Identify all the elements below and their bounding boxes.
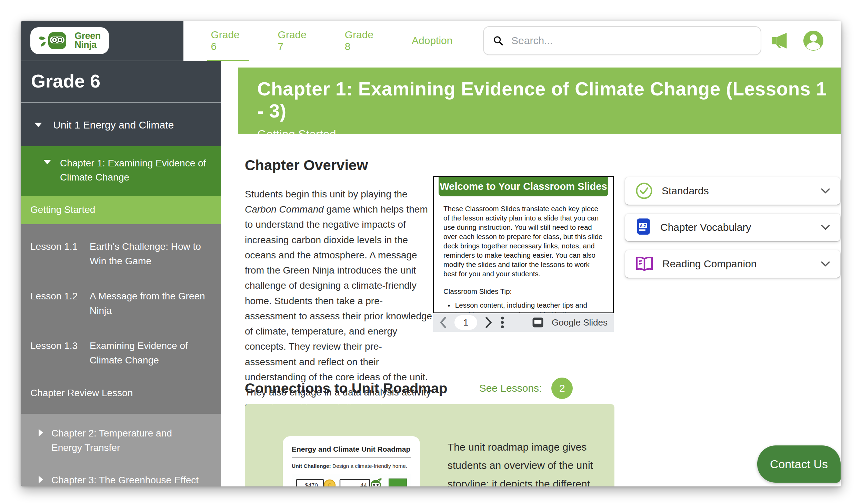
challenge-text: Design a climate-friendly home. [331,463,407,469]
account-avatar-icon[interactable] [803,30,824,51]
connections-section-header: Connections to Unit Roadmap See Lessons:… [245,378,573,399]
slide-tip-label: Classroom Slides Tip: [434,278,613,296]
announcements-megaphone-icon[interactable] [771,32,791,49]
carbon-flag [389,479,407,486]
chevron-down-icon [821,225,830,230]
classroom-slides-embed: Welcome to Your Classroom Slides These C… [433,176,614,332]
lesson-2-badge[interactable]: 2 [551,378,573,399]
overview-heading: Chapter Overview [245,157,433,174]
sidebar-item-chapter-review[interactable]: Chapter Review Lesson [21,378,221,410]
green-ninja-logo[interactable]: Green Ninja [30,27,109,54]
tab-adoption[interactable]: Adoption [410,22,454,60]
bullet-icon: ● [448,300,450,313]
chapter-banner: Chapter 1: Examining Evidence of Climate… [238,68,841,134]
next-slide-icon[interactable] [485,317,492,328]
svg-text:$470: $470 [305,482,318,486]
tab-grade-7[interactable]: Grade 7 [277,21,314,65]
sidebar-item-chapter-2[interactable]: Chapter 2: Temperature and Energy Transf… [21,417,221,464]
roadmap-title: Energy and Climate Unit Roadmap [292,445,411,453]
search-box[interactable] [483,26,761,55]
slide-body-text: These Classroom Slides translate each ke… [434,196,613,278]
tab-label: Grade 6 [211,29,239,52]
sidebar-item-getting-started[interactable]: Getting Started [21,196,221,224]
lesson-list: Lesson 1.1 Earth's Challenge: How to Win… [21,224,221,414]
svg-text:C: C [328,483,332,486]
tab-label: Adoption [412,35,452,46]
sidebar-grade-title: Grade 6 [21,61,221,103]
unit-roadmap-illustration: $470 C 44 Carbon Level: GREEN [292,474,411,486]
caret-down-icon [34,123,42,127]
slides-control-bar: 1 Google Slides [433,313,614,332]
accordion-label: Standards [662,185,812,197]
slide-title: Welcome to Your Classroom Slides [439,177,608,196]
slide-page-number[interactable]: 1 [454,315,477,330]
main-nav: Grade 6 Grade 7 Grade 8 Adoption [183,21,841,61]
accordion-reading-companion[interactable]: Reading Companion [625,250,840,278]
roadmap-description: The unit roadmap image gives students an… [448,438,610,486]
caret-right-icon [39,476,43,483]
main-content: Chapter 1: Examining Evidence of Climate… [221,61,841,486]
sidebar-item-chapter-1[interactable]: Chapter 1: Examining Evidence of Climate… [21,146,221,196]
tab-label: Grade 8 [345,29,373,52]
see-lessons-label: See Lessons: [479,382,542,394]
sidebar-item-unit-1[interactable]: Unit 1 Energy and Climate [21,103,221,146]
sidebar-item-lesson-1-2[interactable]: Lesson 1.2 A Message from the Green Ninj… [21,279,221,328]
unit-roadmap-carousel: Energy and Climate Unit Roadmap Unit Cha… [245,404,614,486]
contact-us-button[interactable]: Contact Us [757,445,841,483]
chevron-down-icon [821,188,830,194]
lesson-code: Lesson 1.3 [30,339,90,368]
chapter-list: Chapter 2: Temperature and Energy Transf… [21,414,221,486]
vocabulary-book-icon: A-Z [635,218,651,237]
unit-roadmap-card: Energy and Climate Unit Roadmap Unit Cha… [283,436,420,486]
chapter-label: Chapter 3: The Greenhouse Effect [51,473,199,486]
lesson-title: Earth's Challenge: How to Win the Game [90,239,207,268]
resource-accordion: Standards A-Z Chapter Vocabulary [625,177,840,278]
lesson-code: Lesson 1.2 [30,289,90,318]
google-slides-link[interactable]: Google Slides [552,317,608,328]
accordion-label: Reading Companion [662,258,812,270]
logo-area: Green Ninja [21,21,183,61]
slide-bullet-item: ● Lesson content, including teacher tips… [434,296,613,313]
accordion-label: Chapter Vocabulary [660,222,812,233]
overview-italic-text: Carbon Command [245,204,324,215]
accordion-chapter-vocabulary[interactable]: A-Z Chapter Vocabulary [625,214,840,241]
svg-text:44: 44 [360,482,367,486]
open-book-icon [635,256,653,272]
tab-grade-6[interactable]: Grade 6 [209,21,247,65]
sidebar-item-lesson-1-3[interactable]: Lesson 1.3 Examining Evidence of Climate… [21,328,221,378]
caret-right-icon [39,429,43,436]
slide-bullet-text: Lesson content, including teacher tips a… [455,300,604,313]
top-icons [771,30,828,51]
accordion-standards[interactable]: Standards [625,177,840,205]
ninja-mascot-icon [39,31,72,51]
logo-wordmark: Green Ninja [74,32,101,49]
challenge-label: Unit Challenge: [292,463,331,469]
slide-frame: Welcome to Your Classroom Slides These C… [433,176,614,313]
roadmap-challenge: Unit Challenge: Design a climate-friendl… [292,463,411,469]
chevron-down-icon [821,261,830,267]
caret-down-icon [43,160,51,164]
sidebar-item-chapter-3[interactable]: Chapter 3: The Greenhouse Effect [21,464,221,486]
search-input[interactable] [511,35,752,47]
google-slides-icon [532,316,544,329]
getting-started-label: Getting Started [30,204,95,215]
top-bar: Green Ninja Grade 6 Grade 7 Grade 8 Adop… [21,21,841,61]
svg-text:A-Z: A-Z [640,224,646,228]
chapter-label: Chapter 2: Temperature and Energy Transf… [51,426,196,455]
app-window: Green Ninja Grade 6 Grade 7 Grade 8 Adop… [21,21,841,486]
page-title: Chapter 1: Examining Evidence of Climate… [257,78,828,122]
lesson-title: A Message from the Green Ninja [90,289,214,318]
tab-grade-8[interactable]: Grade 8 [343,21,381,65]
divider [292,457,411,458]
search-icon [493,35,504,47]
tab-label: Grade 7 [278,29,307,52]
unit-label: Unit 1 Energy and Climate [53,119,174,131]
overview-text: Students begin this unit by playing the [245,189,408,199]
check-circle-icon [635,182,653,199]
page-subtitle: Getting Started [257,127,828,141]
sidebar: Grade 6 Unit 1 Energy and Climate Chapte… [21,61,221,486]
sidebar-item-lesson-1-1[interactable]: Lesson 1.1 Earth's Challenge: How to Win… [21,229,221,279]
previous-slide-icon[interactable] [439,317,447,328]
slides-menu-icon[interactable] [500,316,505,329]
lesson-title: Examining Evidence of Climate Change [90,339,207,368]
